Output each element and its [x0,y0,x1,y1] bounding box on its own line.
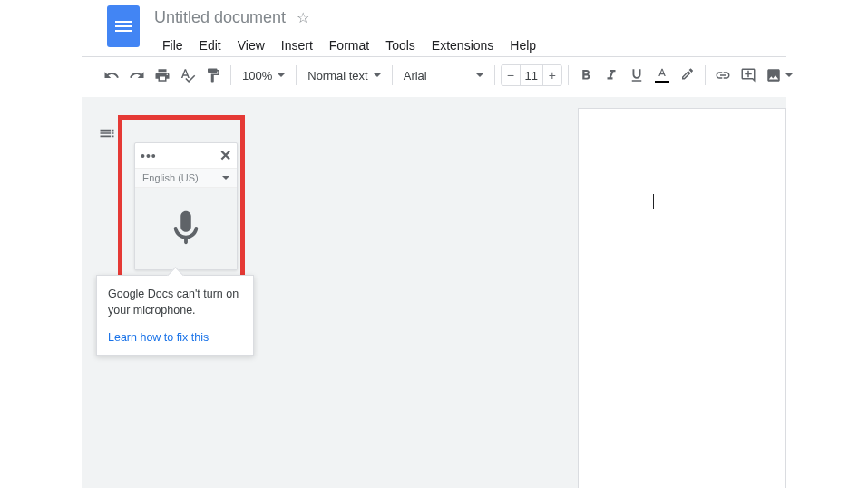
redo-icon[interactable] [125,63,149,87]
menu-insert[interactable]: Insert [273,34,321,56]
document-page[interactable] [578,108,786,488]
link-icon[interactable] [711,63,735,87]
voice-language-dropdown[interactable]: English (US) [135,169,237,188]
docs-logo[interactable] [107,5,140,47]
tooltip-learn-link[interactable]: Learn how to fix this [108,331,242,344]
font-value: Arial [404,69,427,83]
menu-file[interactable]: File [154,34,191,56]
menu-tools[interactable]: Tools [377,34,424,56]
doc-title[interactable]: Untitled document [154,8,286,27]
close-icon[interactable]: ✕ [219,147,231,164]
underline-icon[interactable] [625,63,649,87]
toolbar: 100% Normal text Arial − + [0,57,868,93]
microphone-button[interactable] [135,188,237,269]
italic-icon[interactable] [600,63,623,87]
font-size-input[interactable] [520,65,543,85]
menubar: File Edit View Insert Format Tools Exten… [154,34,868,56]
chevron-down-icon [374,73,381,77]
menu-view[interactable]: View [229,34,273,56]
separator [230,65,231,85]
font-size-plus[interactable]: + [543,68,561,83]
workspace: ••• ✕ English (US) Google Docs can't tur… [82,97,786,488]
style-value: Normal text [307,69,367,83]
voice-language-label: English (US) [142,172,199,183]
voice-error-tooltip: Google Docs can't turn on your microphon… [96,275,254,356]
font-size-minus[interactable]: − [502,68,520,83]
separator [568,65,569,85]
undo-icon[interactable] [100,63,123,87]
voice-typing-panel: ••• ✕ English (US) [134,142,238,270]
print-icon[interactable] [151,63,174,87]
separator [296,65,297,85]
separator [494,65,495,85]
font-dropdown[interactable]: Arial [398,63,489,87]
menu-extensions[interactable]: Extensions [424,34,502,56]
chevron-down-icon [278,73,285,77]
spellcheck-icon[interactable] [176,63,200,87]
menu-edit[interactable]: Edit [191,34,229,56]
zoom-value: 100% [242,69,272,83]
outline-icon[interactable] [98,124,118,144]
highlight-icon[interactable] [676,63,699,87]
voice-options-icon[interactable]: ••• [141,149,157,163]
bold-icon[interactable] [574,63,598,87]
menu-format[interactable]: Format [321,34,377,56]
text-color-icon[interactable] [650,67,674,83]
font-size-group: − + [501,64,562,86]
text-cursor [653,194,654,209]
chevron-down-icon [476,73,483,77]
paint-format-icon[interactable] [201,63,225,87]
chevron-down-icon[interactable] [785,73,793,77]
image-icon[interactable] [762,63,785,87]
tooltip-message: Google Docs can't turn on your microphon… [108,287,242,318]
star-icon[interactable]: ☆ [297,9,309,26]
style-dropdown[interactable]: Normal text [302,63,385,87]
separator [392,65,393,85]
comment-icon[interactable] [736,63,760,87]
zoom-dropdown[interactable]: 100% [237,63,290,87]
separator [705,65,706,85]
menu-help[interactable]: Help [502,34,544,56]
text-color-bar [655,81,669,83]
chevron-down-icon [222,176,229,180]
